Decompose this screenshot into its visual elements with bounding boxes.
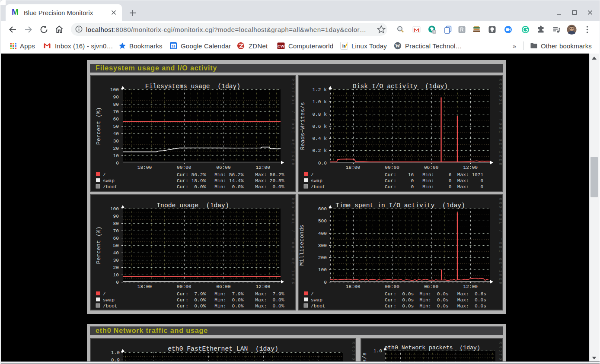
svg-text:CW: CW: [278, 44, 284, 48]
svg-text:60: 60: [113, 236, 119, 241]
svg-text:Cur: 18.9% Min: 14.4% Max: Cur: 18.9% Min: 14.4% Max: 20.5%: [177, 178, 284, 184]
svg-text:0: 0: [116, 280, 119, 285]
svg-text:0.4 k: 0.4 k: [312, 136, 327, 141]
svg-text:18:00: 18:00: [346, 284, 361, 289]
svg-text:Cur: 7.9% Min: 7.9% Max: Cur: 7.9% Min: 7.9% Max: 7.9%: [177, 291, 284, 297]
svg-text:12:00: 12:00: [255, 284, 270, 289]
svg-text:10: 10: [113, 153, 119, 158]
svg-text:/boot: /boot: [103, 304, 118, 309]
svg-text:Cur: 0.0s Min: 0.0s Max:: Cur: 0.0s Min: 0.0s Max: 0.0s: [385, 304, 486, 309]
svg-text:eth0 FastEthernet LAN (1day): eth0 FastEthernet LAN (1day): [168, 345, 278, 352]
svg-text:Filesystems usage (1day): Filesystems usage (1day): [145, 83, 240, 90]
svg-text:0.6 k: 0.6 k: [312, 124, 327, 129]
svg-text:Cur: 0.0% Min: 0.0% Max: Cur: 0.0% Min: 0.0% Max: 0.0%: [177, 304, 284, 309]
svg-text:28: 28: [172, 44, 176, 48]
svg-text:eth0 Network packets (1day): eth0 Network packets (1day): [384, 345, 480, 351]
svg-text:0: 0: [116, 161, 119, 166]
svg-text:100: 100: [110, 206, 119, 212]
svg-text:300: 300: [318, 243, 327, 248]
svg-text:1.0: 1.0: [373, 348, 382, 354]
svg-text:RRDTOOL / TOBI OETIKER: RRDTOOL / TOBI OETIKER: [498, 79, 502, 167]
svg-text:swap: swap: [311, 178, 322, 184]
svg-text:90: 90: [113, 95, 119, 100]
svg-text:60: 60: [113, 117, 119, 122]
svg-text:Cur: 0 Min: 0 Max:: Cur: 0 Min: 0 Max: 0: [385, 178, 484, 184]
svg-text:1.0: 1.0: [111, 350, 120, 355]
svg-text:0.2 k: 0.2 k: [312, 148, 327, 153]
svg-text:100: 100: [318, 267, 327, 272]
svg-text:Milliseconds: Milliseconds: [299, 225, 305, 266]
svg-text:Cur: 0.0% Min: 0.0% Max: Cur: 0.0% Min: 0.0% Max: 0.0%: [177, 184, 284, 190]
svg-text:12:00: 12:00: [463, 284, 478, 289]
svg-text:400: 400: [318, 231, 327, 236]
svg-text:/boot: /boot: [311, 184, 326, 190]
svg-text:swap: swap: [103, 178, 115, 184]
svg-text:18:00: 18:00: [137, 165, 152, 170]
svg-text:06:00: 06:00: [216, 284, 231, 289]
svg-text:RRDTOOL / TOBI OETIKER: RRDTOOL / TOBI OETIKER: [290, 198, 295, 286]
svg-text:/: /: [311, 291, 314, 297]
svg-text:Time spent in I/O activity (1: Time spent in I/O activity (1day): [335, 202, 465, 209]
svg-text:06:00: 06:00: [424, 284, 439, 289]
svg-text:50: 50: [113, 243, 119, 248]
svg-text:00:00: 00:00: [385, 284, 399, 289]
svg-text:/boot: /boot: [103, 184, 118, 190]
svg-text:12:00: 12:00: [255, 165, 270, 170]
svg-text:06:00: 06:00: [424, 165, 439, 170]
svg-text:Cur: 0.0s Min: 0.0s Max:: Cur: 0.0s Min: 0.0s Max: 0.0s: [385, 298, 486, 303]
svg-text:600: 600: [318, 206, 327, 212]
svg-text:30: 30: [113, 139, 119, 144]
svg-text:70: 70: [113, 109, 119, 114]
svg-text:Cur: 56.2% Min: 56.2% Max: Cur: 56.2% Min: 56.2% Max: 56.2%: [177, 172, 284, 177]
svg-text:1.2 k: 1.2 k: [312, 87, 327, 92]
svg-text:Reads+Writes/s: Reads+Writes/s: [300, 102, 306, 150]
svg-text:80: 80: [113, 221, 119, 226]
svg-text:70: 70: [113, 228, 119, 234]
svg-text:20: 20: [113, 265, 119, 270]
svg-text:Cur: 0.0s Min: 0.0s Max:: Cur: 0.0s Min: 0.0s Max: 0.6s: [385, 291, 486, 297]
svg-text:RRDTOOL / TOBI OETIKER: RRDTOOL / TOBI OETIKER: [498, 198, 502, 286]
svg-text:0.8 k: 0.8 k: [312, 112, 327, 117]
svg-text:/: /: [311, 172, 314, 177]
svg-text:10: 10: [113, 272, 119, 278]
svg-text:06:00: 06:00: [216, 165, 231, 170]
svg-text:00:00: 00:00: [177, 284, 191, 289]
svg-text:90: 90: [113, 214, 119, 219]
svg-text:18:00: 18:00: [137, 284, 152, 289]
svg-text:00:00: 00:00: [177, 165, 191, 170]
svg-text:/: /: [103, 291, 106, 297]
svg-text:200: 200: [318, 255, 327, 260]
svg-text:Inode usage (1day): Inode usage (1day): [156, 202, 229, 209]
svg-text:/: /: [103, 172, 106, 177]
svg-text:18:00: 18:00: [346, 165, 361, 170]
svg-text:50: 50: [113, 124, 119, 129]
svg-text:Disk I/O activity (1day): Disk I/O activity (1day): [353, 83, 448, 90]
svg-text:12:00: 12:00: [463, 165, 478, 170]
svg-text:RRDTOOL / TOBI OETIKER: RRDTOOL / TOBI OETIKER: [290, 79, 295, 167]
svg-text:?: ?: [433, 30, 435, 34]
svg-text:Percent (%): Percent (%): [96, 107, 102, 145]
svg-text:30: 30: [113, 258, 119, 263]
svg-text:Cur: 0.0% Min: 0.0% Max: Cur: 0.0% Min: 0.0% Max: 0.0%: [177, 298, 284, 303]
svg-text:W: W: [395, 43, 400, 49]
svg-text:1.0 k: 1.0 k: [312, 99, 327, 104]
svg-text:Cur: 16 Min: 6 Max:: Cur: 16 Min: 6 Max: 1071: [385, 172, 484, 177]
svg-text:80: 80: [113, 102, 119, 107]
svg-text:RRDTOOL / TOBI OETIKER: RRDTOOL / TOBI OETIKER: [351, 342, 355, 364]
svg-text:100: 100: [110, 87, 119, 92]
svg-text:00:00: 00:00: [385, 165, 399, 170]
svg-text:0: 0: [324, 280, 327, 285]
svg-text:/boot: /boot: [311, 304, 326, 309]
svg-text:swap: swap: [311, 298, 322, 303]
svg-text:20: 20: [113, 146, 119, 151]
svg-text:40: 40: [113, 250, 119, 256]
svg-text:500: 500: [318, 218, 327, 224]
svg-text:Cur: 0 Min: 0 Max:: Cur: 0 Min: 0 Max: 0: [385, 184, 484, 190]
svg-text:RRDTOOL / TOBI OETIKER: RRDTOOL / TOBI OETIKER: [498, 342, 502, 364]
svg-text:swap: swap: [103, 298, 115, 303]
svg-text:40: 40: [113, 131, 119, 136]
svg-text:0.0: 0.0: [318, 161, 327, 166]
svg-text:Percent (%): Percent (%): [96, 226, 102, 264]
